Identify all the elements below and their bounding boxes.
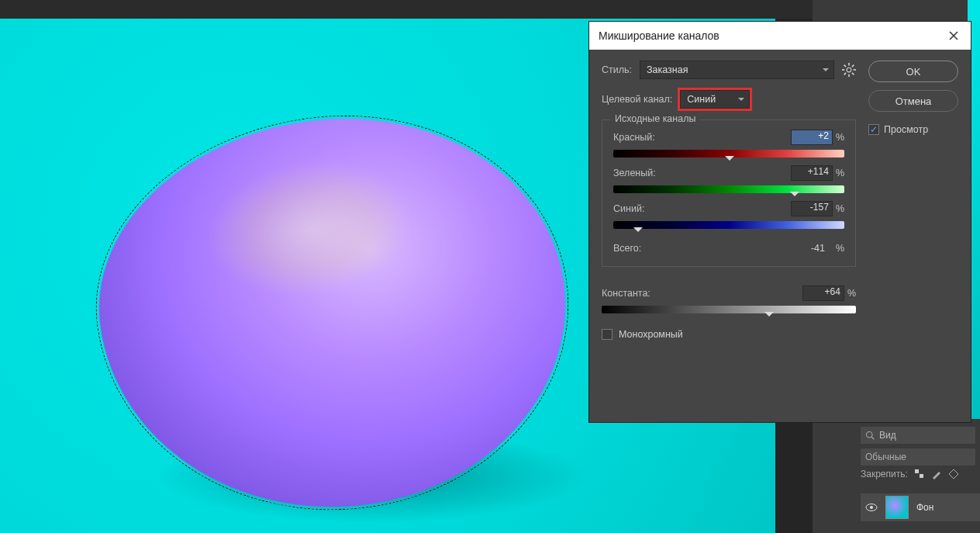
target-channel-label: Целевой канал:: [602, 94, 672, 105]
style-value: Заказная: [647, 64, 688, 75]
constant-slider-thumb[interactable]: [764, 312, 774, 321]
green-label: Зеленый:: [613, 168, 656, 178]
source-channels-group: Исходные каналы Красный: +2 %: [602, 119, 856, 267]
svg-line-15: [852, 65, 854, 67]
percent-label: %: [836, 243, 844, 254]
layer-name: Фон: [916, 502, 933, 513]
constant-label: Константа:: [602, 288, 650, 299]
total-label: Всего:: [613, 243, 641, 254]
visibility-icon[interactable]: [865, 501, 878, 514]
percent-label: %: [836, 168, 844, 178]
ok-button[interactable]: OK: [868, 61, 958, 82]
red-input[interactable]: +2: [791, 130, 833, 145]
preview-row[interactable]: Просмотр: [868, 124, 958, 135]
channel-mixer-dialog: Микширование каналов Стиль: Заказная Цел…: [588, 21, 971, 423]
monochrome-checkbox[interactable]: [602, 329, 612, 340]
blend-mode-dropdown[interactable]: Обычные: [861, 448, 975, 466]
percent-label: %: [836, 203, 844, 214]
red-slider-thumb[interactable]: [725, 156, 734, 165]
red-label: Красный:: [613, 132, 655, 143]
total-value: -41: [811, 243, 825, 254]
blue-slider-row: Синий: -157 %: [613, 201, 844, 229]
lock-row: Закрепить:: [861, 469, 980, 479]
lock-label: Закрепить:: [861, 469, 908, 479]
green-slider-thumb[interactable]: [790, 192, 799, 201]
svg-line-12: [844, 65, 846, 67]
svg-point-5: [870, 506, 873, 509]
preview-label: Просмотр: [884, 124, 928, 135]
style-dropdown[interactable]: Заказная: [640, 61, 834, 79]
target-channel-dropdown[interactable]: Синий: [680, 90, 750, 109]
dialog-title-text: Микширование каналов: [599, 29, 719, 42]
lock-move-icon[interactable]: [948, 469, 959, 479]
svg-point-7: [847, 67, 851, 72]
search-icon: [865, 431, 875, 440]
green-slider-row: Зеленый: +114 %: [613, 165, 844, 193]
layer-thumbnail: [885, 496, 909, 519]
lock-transparent-icon[interactable]: [914, 469, 925, 479]
svg-line-1: [871, 437, 874, 439]
style-label: Стиль:: [602, 64, 632, 75]
blue-label: Синий:: [613, 203, 644, 214]
green-input[interactable]: +114: [791, 165, 833, 181]
gear-icon[interactable]: [842, 63, 856, 77]
blue-slider-thumb[interactable]: [633, 227, 643, 237]
green-slider-track[interactable]: [613, 185, 844, 193]
blend-mode-value: Обычные: [865, 452, 906, 462]
constant-input[interactable]: +64: [802, 286, 844, 301]
preview-checkbox[interactable]: [868, 124, 879, 135]
blue-slider-track[interactable]: [613, 221, 844, 229]
svg-line-14: [844, 73, 846, 74]
dialog-titlebar[interactable]: Микширование каналов: [589, 22, 971, 50]
svg-rect-3: [920, 474, 923, 478]
red-slider-track[interactable]: [613, 150, 844, 157]
percent-label: %: [836, 132, 844, 143]
monochrome-label: Монохромный: [619, 329, 683, 340]
total-row: Всего: -41 %: [613, 243, 844, 254]
percent-label: %: [847, 288, 856, 299]
close-icon: [949, 31, 958, 40]
cancel-button[interactable]: Отмена: [868, 90, 958, 112]
svg-rect-2: [915, 469, 919, 473]
source-channels-legend: Исходные каналы: [610, 113, 700, 124]
target-channel-value: Синий: [687, 94, 716, 105]
monochrome-row[interactable]: Монохромный: [602, 329, 856, 340]
blue-input[interactable]: -157: [791, 201, 833, 216]
layer-row-background[interactable]: Фон: [861, 493, 980, 521]
layer-filter-label: Вид: [879, 430, 896, 441]
constant-slider-row: Константа: +64 %: [602, 286, 856, 313]
layer-filter-row[interactable]: Вид: [861, 427, 975, 444]
constant-slider-track[interactable]: [602, 306, 856, 313]
svg-point-0: [867, 432, 873, 438]
lock-brush-icon[interactable]: [931, 469, 942, 479]
svg-line-13: [852, 73, 854, 74]
red-slider-row: Красный: +2 %: [613, 130, 844, 157]
options-bar: [0, 0, 813, 19]
close-button[interactable]: [946, 28, 961, 43]
